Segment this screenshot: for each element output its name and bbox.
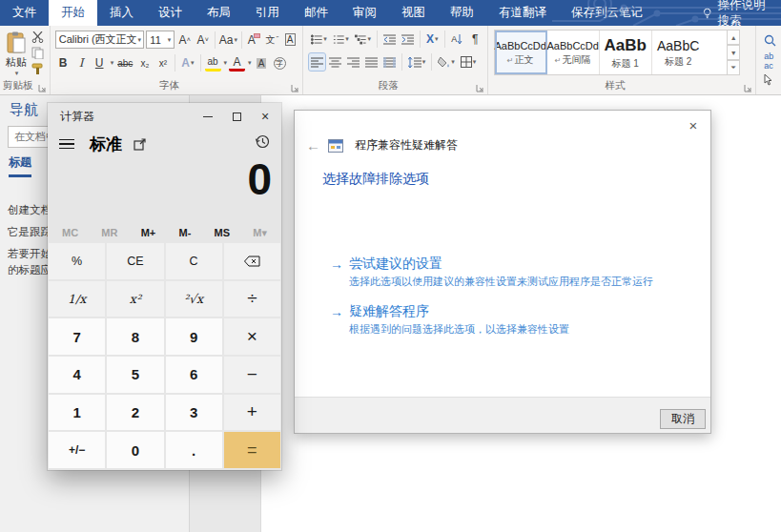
memory-clear-button[interactable]: MC	[62, 227, 78, 239]
font-size-combo[interactable]: 11▾	[146, 31, 175, 49]
font-color-button[interactable]: A	[229, 54, 245, 72]
phonetic-guide-button[interactable]: 文˝	[264, 31, 280, 49]
styles-scroll-down[interactable]: ▼	[727, 45, 740, 60]
style-no-spacing[interactable]: AaBbCcDd 无间隔	[547, 31, 600, 74]
key-2[interactable]: 2	[107, 395, 163, 431]
multilevel-list-button[interactable]: ▾	[353, 31, 373, 48]
superscript-button[interactable]: x²	[154, 54, 171, 72]
key-square[interactable]: x²	[107, 281, 163, 317]
change-case-button[interactable]: Aa▾	[219, 31, 237, 49]
show-hide-marks-button[interactable]: ¶	[467, 31, 483, 48]
highlight-caret[interactable]: ▾	[224, 59, 228, 67]
character-border-button[interactable]: A	[282, 31, 298, 49]
underline-caret[interactable]: ▾	[111, 59, 114, 67]
maximize-icon[interactable]	[222, 103, 251, 130]
font-color-caret[interactable]: ▾	[248, 59, 252, 67]
sort-button[interactable]: A	[449, 31, 465, 48]
italic-button[interactable]: I	[73, 54, 90, 72]
key-0[interactable]: 0	[107, 432, 163, 468]
align-right-button[interactable]	[345, 53, 361, 71]
key-add[interactable]: +	[224, 395, 280, 431]
align-center-button[interactable]	[327, 53, 343, 71]
key-9[interactable]: 9	[166, 318, 222, 355]
nav-tab-headings[interactable]: 标题	[9, 154, 31, 177]
key-clear[interactable]: C	[166, 243, 222, 279]
history-icon[interactable]	[256, 134, 270, 149]
close-icon[interactable]: ×	[251, 103, 279, 130]
paragraph-dialog-launcher-icon[interactable]	[476, 84, 484, 92]
keep-on-top-icon[interactable]	[134, 138, 146, 151]
key-clear-entry[interactable]: CE	[107, 243, 163, 279]
key-divide[interactable]: ÷	[224, 281, 280, 317]
increase-indent-button[interactable]	[400, 31, 416, 48]
shading-button[interactable]: ▾	[436, 53, 457, 71]
tab-mailings[interactable]: 邮件	[292, 0, 340, 26]
copy-icon[interactable]	[31, 47, 44, 59]
key-8[interactable]: 8	[107, 318, 163, 355]
decrease-indent-button[interactable]	[381, 31, 398, 48]
option-troubleshoot-program[interactable]: 疑难解答程序	[349, 303, 429, 320]
format-painter-icon[interactable]	[31, 63, 44, 75]
styles-dialog-launcher-icon[interactable]	[744, 84, 752, 92]
key-negate[interactable]: +/−	[49, 432, 105, 468]
shrink-font-button[interactable]: A˅	[195, 31, 211, 49]
key-equals[interactable]: =	[224, 432, 280, 468]
key-1[interactable]: 1	[49, 395, 105, 431]
paste-button[interactable]: 粘贴 ▾	[4, 31, 29, 77]
clipboard-dialog-launcher-icon[interactable]	[38, 84, 47, 92]
line-spacing-button[interactable]: ▾	[406, 53, 428, 71]
cancel-button[interactable]: 取消	[660, 409, 706, 429]
style-heading2[interactable]: AaBbC 标题 2	[652, 31, 705, 74]
minimize-icon[interactable]	[194, 103, 222, 130]
memory-flyout-button[interactable]: M▾	[253, 227, 267, 239]
bold-button[interactable]: B	[55, 54, 72, 72]
key-decimal[interactable]: .	[166, 432, 222, 468]
character-shading-button[interactable]: A	[254, 54, 270, 72]
key-3[interactable]: 3	[166, 395, 222, 431]
strikethrough-button[interactable]: abc	[115, 54, 134, 72]
option-try-recommended[interactable]: 尝试建议的设置	[349, 256, 442, 273]
replace-button[interactable]: abac	[762, 52, 778, 70]
styles-scroll-up[interactable]: ▲	[727, 30, 740, 45]
dialog-close-icon[interactable]: ×	[684, 116, 703, 135]
tab-references[interactable]: 引用	[243, 0, 292, 26]
underline-button[interactable]: U	[92, 54, 108, 72]
tab-save-to-cloud-note[interactable]: 保存到云笔记	[559, 0, 655, 26]
tab-file[interactable]: 文件	[0, 0, 49, 26]
tab-insert[interactable]: 插入	[97, 0, 146, 26]
style-normal[interactable]: AaBbCcDd 正文	[495, 31, 547, 74]
key-backspace[interactable]	[224, 243, 280, 279]
key-6[interactable]: 6	[166, 357, 222, 393]
tab-youdao-translate[interactable]: 有道翻译	[486, 0, 559, 26]
calculator-titlebar[interactable]: 计算器 ×	[48, 103, 281, 130]
align-left-button[interactable]	[309, 53, 325, 71]
key-7[interactable]: 7	[49, 318, 105, 355]
bullet-list-button[interactable]: ▾	[309, 31, 329, 48]
memory-subtract-button[interactable]: M-	[179, 227, 192, 239]
grow-font-button[interactable]: A˄	[176, 31, 193, 49]
tab-home[interactable]: 开始	[49, 0, 97, 26]
memory-store-button[interactable]: MS	[215, 227, 231, 239]
cut-icon[interactable]	[31, 31, 44, 43]
font-name-combo[interactable]: Calibri (西文正文▾	[55, 31, 145, 49]
subscript-button[interactable]: x₂	[136, 54, 153, 72]
paste-dropdown-caret[interactable]: ▾	[5, 70, 29, 77]
key-percent[interactable]: %	[49, 243, 105, 279]
dialog-back-icon[interactable]: ←	[306, 137, 320, 153]
highlight-color-button[interactable]: ab	[205, 54, 221, 72]
tab-review[interactable]: 审阅	[340, 0, 389, 26]
key-subtract[interactable]: −	[224, 357, 280, 393]
justify-button[interactable]	[363, 53, 380, 71]
clear-formatting-button[interactable]: A	[246, 31, 262, 49]
style-heading1[interactable]: AaBb 标题 1	[600, 31, 652, 74]
tell-me-search[interactable]: 操作说明搜索	[695, 0, 781, 26]
key-multiply[interactable]: ×	[224, 318, 280, 355]
find-button[interactable]	[762, 31, 778, 49]
tab-help[interactable]: 帮助	[438, 0, 486, 26]
hamburger-menu-icon[interactable]	[59, 139, 74, 150]
tab-design[interactable]: 设计	[146, 0, 195, 26]
tab-layout[interactable]: 布局	[195, 0, 243, 26]
key-4[interactable]: 4	[49, 357, 105, 393]
enclose-characters-button[interactable]: 字	[272, 54, 288, 72]
asian-layout-button[interactable]: X▾	[424, 31, 441, 48]
